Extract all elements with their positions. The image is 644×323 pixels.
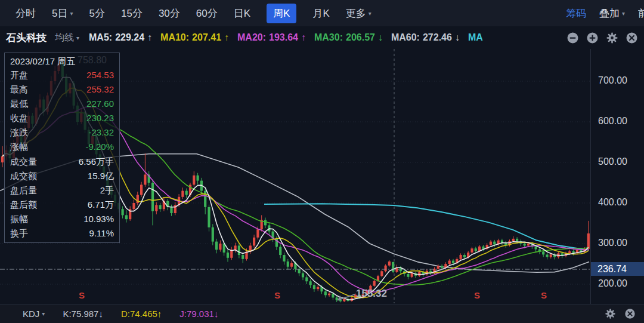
ma120-value-clipped: MA: [468, 32, 483, 43]
chart-header: 石头科技 均线▾ MA5:229.24↑ MA10:207.41↑ MA20:1…: [0, 26, 644, 49]
sell-signal-marker: S: [541, 290, 547, 300]
tooltip-row: 成交额15.9亿: [10, 170, 114, 183]
kdj-k-value: K:75.987↓: [63, 309, 103, 319]
kdj-bar-icons: [605, 308, 636, 319]
tooltip-row: 盘后额6.71万: [10, 198, 114, 211]
tab-daily-k[interactable]: 日K: [234, 7, 250, 20]
tab-60min[interactable]: 60分: [196, 7, 218, 20]
tab-more[interactable]: 更多▾: [346, 7, 371, 20]
axis-tick: 200.00: [598, 278, 627, 289]
stock-name: 石头科技: [6, 31, 47, 45]
ma60-value: MA60:272.46↓: [391, 32, 460, 43]
ma10-value: MA10:207.41↑: [160, 32, 229, 43]
tooltip-row: 盘后量2手: [10, 184, 114, 197]
low-price-annotation: 155.32: [356, 288, 387, 300]
chevron-down-icon: ▾: [76, 35, 79, 41]
tooltip-row: 换手9.11%: [10, 227, 114, 240]
tab-fenshi[interactable]: 分时: [16, 7, 36, 20]
ma20-value: MA20:193.64↑: [237, 32, 306, 43]
close-icon[interactable]: [626, 32, 638, 44]
axis-tick: 600.00: [598, 116, 627, 127]
kdj-d-value: D:74.465↑: [121, 309, 162, 319]
tab-weekly-k[interactable]: 周K: [267, 4, 296, 23]
gear-icon[interactable]: [606, 32, 618, 44]
overlay-button[interactable]: 叠加▾: [599, 7, 625, 20]
period-toolbar: 分时 5日▾ 5分 15分 30分 60分 日K 周K 月K 更多▾ 筹码 叠加…: [0, 0, 644, 26]
tab-5min[interactable]: 5分: [89, 7, 105, 20]
axis-tick: 300.00: [598, 238, 627, 248]
clipped-menu-item[interactable]: 前: [638, 7, 644, 20]
ma-legend: MA5:229.24↑ MA10:207.41↑ MA20:193.64↑ MA…: [89, 32, 566, 43]
tab-15min[interactable]: 15分: [121, 7, 143, 20]
tooltip-row: 涨跌-23.32: [10, 126, 114, 139]
gear-icon[interactable]: [605, 308, 616, 319]
tooltip-row: 最高255.32: [10, 83, 114, 96]
tab-30min[interactable]: 30分: [159, 7, 180, 20]
tooltip-row: 振幅10.93%: [10, 213, 114, 226]
chevron-down-icon: ▾: [70, 10, 73, 17]
candle-info-tooltip: 2023/02/17 周五 开盘254.53 最高255.32 最低227.60…: [4, 53, 120, 243]
axis-tick: 500.00: [598, 156, 627, 167]
chevron-down-icon: ▾: [369, 10, 371, 17]
zoom-in-icon[interactable]: [586, 32, 599, 44]
axis-tick: 700.00: [598, 75, 627, 86]
header-icons: [566, 32, 638, 44]
toolbar-right: 筹码 叠加▾ 前: [566, 7, 644, 20]
kdj-values: KDJ▾ K:75.987↓ D:74.465↑ J:79.031↓: [0, 309, 218, 319]
tooltip-row: 成交量6.56万手: [10, 155, 114, 168]
sell-signal-marker: S: [474, 290, 480, 300]
price-axis: 700.00 600.00 500.00 400.00 300.00 200.0…: [590, 49, 644, 304]
close-icon[interactable]: [624, 308, 636, 319]
tab-5day[interactable]: 5日▾: [52, 7, 73, 20]
candlestick-chart[interactable]: 758.80 155.32 2023/02/17 周五 开盘254.53 最高2…: [0, 49, 644, 304]
tooltip-date: 2023/02/17 周五: [10, 56, 114, 67]
zoom-out-icon[interactable]: [566, 32, 579, 44]
tooltip-row: 最低227.60: [10, 97, 114, 110]
tooltip-row: 涨幅-9.20%: [10, 140, 114, 153]
kdj-selector[interactable]: KDJ▾: [23, 309, 45, 319]
chevron-down-icon: ▾: [622, 10, 625, 17]
chips-button[interactable]: 筹码: [566, 7, 586, 20]
tooltip-row: 开盘254.53: [10, 69, 114, 82]
kdj-indicator-bar: KDJ▾ K:75.987↓ D:74.465↑ J:79.031↓: [0, 304, 644, 323]
crosshair-price-badge: 236.74: [591, 262, 644, 276]
ma-selector[interactable]: 均线▾: [55, 32, 79, 44]
tab-monthly-k[interactable]: 月K: [312, 7, 329, 20]
ma30-value: MA30:206.57↓: [314, 32, 383, 43]
tooltip-row: 收盘230.23: [10, 112, 114, 125]
sell-signal-marker: S: [79, 290, 85, 300]
ma5-value: MA5:229.24↑: [89, 32, 152, 43]
period-tabs: 分时 5日▾ 5分 15分 30分 60分 日K 周K 月K 更多▾: [0, 4, 371, 23]
chevron-down-icon: ▾: [42, 310, 45, 317]
axis-tick: 400.00: [598, 197, 627, 208]
kdj-j-value: J:79.031↓: [179, 309, 218, 319]
sell-signal-marker: S: [274, 290, 280, 300]
